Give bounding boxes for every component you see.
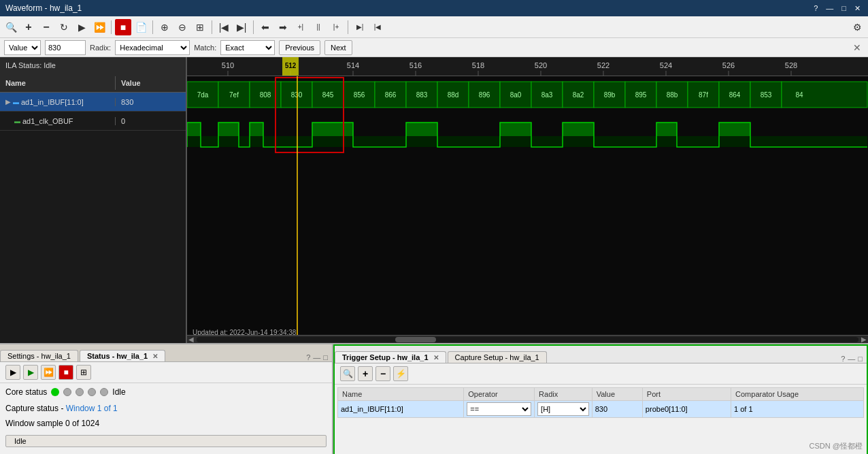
wave-display-area[interactable]: 7da 7ef 808 830 845 856 xyxy=(187,76,868,335)
play-btn[interactable]: ▶ xyxy=(73,19,90,35)
radix-select[interactable]: Hexadecimal Binary Decimal Octal xyxy=(115,40,190,55)
svg-text:88b: 88b xyxy=(667,91,678,99)
cursor-add-btn[interactable]: +| xyxy=(293,19,309,35)
panel-help-btn[interactable]: ? xyxy=(306,353,310,361)
svg-text:896: 896 xyxy=(479,91,490,99)
close-btn[interactable]: ✕ xyxy=(852,4,863,13)
status-dot-gray-1 xyxy=(63,388,71,396)
search-close-btn[interactable]: ✕ xyxy=(850,42,864,53)
zoom-out-btn[interactable]: ⊖ xyxy=(174,19,190,35)
run-btn[interactable]: ▶ xyxy=(5,365,20,380)
match-select[interactable]: Exact Any xyxy=(220,40,275,55)
svg-text:845: 845 xyxy=(322,91,334,99)
import-btn[interactable]: ⬅ xyxy=(257,19,273,35)
main-toolbar: 🔍 + − ↻ ▶ ⏩ ■ 📄 ⊕ ⊖ ⊞ |◀ ▶| ⬅ ➡ +| || |+… xyxy=(0,16,868,38)
svg-rect-66 xyxy=(218,123,239,136)
window-sample-text: Window sample 0 of 1024 xyxy=(5,419,99,428)
cursor-split-btn[interactable]: || xyxy=(310,19,327,35)
maximize-btn[interactable]: □ xyxy=(839,4,848,12)
trigger-name-cell: ad1_in_IBUF[11:0] xyxy=(338,401,464,418)
trigger-radix-select[interactable]: [H] [B] [D] xyxy=(537,402,589,416)
end-btn[interactable]: |◀ xyxy=(369,19,386,35)
idle-status-btn[interactable]: Idle xyxy=(5,435,327,447)
previous-btn[interactable]: Previous xyxy=(279,40,320,55)
tab-status[interactable]: Status - hw_ila_1 ✕ xyxy=(80,350,165,361)
waveform-name-1: ▬ ad1_clk_OBUF xyxy=(0,117,116,125)
gear-icon-right: ⚙ xyxy=(849,19,865,35)
trigger-value-cell[interactable]: 830 xyxy=(592,401,642,418)
scroll-right-arrow[interactable]: ▶ xyxy=(861,336,867,343)
value-type-select[interactable]: Value xyxy=(4,40,41,55)
stop-btn[interactable]: ■ xyxy=(115,19,131,35)
help-btn[interactable]: ? xyxy=(812,4,820,12)
search-value-input[interactable] xyxy=(45,40,86,55)
svg-rect-71 xyxy=(563,123,594,136)
minus-btn[interactable]: − xyxy=(38,19,54,35)
trigger-remove-btn[interactable]: − xyxy=(375,366,390,381)
trigger-search-btn[interactable]: 🔍 xyxy=(340,366,355,381)
refresh-btn[interactable]: ↻ xyxy=(56,19,72,35)
svg-rect-62 xyxy=(782,82,867,108)
panel-maximize-btn[interactable]: □ xyxy=(323,353,328,361)
svg-text:883: 883 xyxy=(416,91,428,99)
trigger-help-btn[interactable]: ? xyxy=(841,355,845,363)
svg-rect-64 xyxy=(187,136,867,147)
svg-text:830: 830 xyxy=(291,91,303,99)
waveform-row-0[interactable]: ▶ ▬ ad1_in_IBUF[11:0] 830 xyxy=(0,93,186,112)
add-btn[interactable]: + xyxy=(20,19,37,35)
capture-window-link[interactable]: Window 1 of 1 xyxy=(66,404,118,413)
waveform-value-1: 0 xyxy=(116,117,186,125)
radix-label: Radix: xyxy=(90,44,111,52)
svg-rect-73 xyxy=(719,123,750,136)
waveform-row-1[interactable]: ▬ ad1_clk_OBUF 0 xyxy=(0,112,186,131)
next-edge-btn[interactable]: ▶| xyxy=(233,19,250,35)
trigger-add-btn[interactable]: + xyxy=(358,366,373,381)
scrollbar-thumb[interactable] xyxy=(395,337,436,342)
play2-btn[interactable]: ▶ xyxy=(23,365,38,380)
trigger-config-btn[interactable]: ⚡ xyxy=(393,366,408,381)
svg-text:8a3: 8a3 xyxy=(541,91,553,99)
cursor-join-btn[interactable]: |+ xyxy=(328,19,344,35)
col-header-operator: Operator xyxy=(464,388,535,401)
trigger-maximize-btn[interactable]: □ xyxy=(858,355,863,363)
settings-btn-right[interactable]: ⚙ xyxy=(849,19,865,35)
trigger-comparator-cell: 1 of 1 xyxy=(731,401,864,418)
waveform-name-0: ▶ ▬ ad1_in_IBUF[11:0] xyxy=(0,98,116,106)
col-header-comparator: Comparator Usage xyxy=(731,388,864,401)
panel-minimize-btn[interactable]: — xyxy=(313,353,320,361)
tab-settings[interactable]: Settings - hw_ila_1 xyxy=(0,350,78,361)
search-btn[interactable]: 🔍 xyxy=(3,19,19,35)
horizontal-scrollbar[interactable]: ◀ ▶ xyxy=(187,335,868,343)
expand-icon-0[interactable]: ▶ xyxy=(5,98,11,106)
prev-edge-btn[interactable]: |◀ xyxy=(216,19,232,35)
status-dot-gray-3 xyxy=(88,388,96,396)
fast-forward-btn[interactable]: ⏩ xyxy=(91,19,107,35)
value-column-header: Value xyxy=(116,76,186,90)
tab-trigger-close[interactable]: ✕ xyxy=(433,354,439,361)
stop2-btn[interactable]: ■ xyxy=(59,365,73,380)
layout-btn[interactable]: ⊞ xyxy=(76,365,91,380)
tab-status-close[interactable]: ✕ xyxy=(152,353,158,360)
col-header-value: Value xyxy=(592,388,642,401)
status-panel-toolbar: ▶ ▶ ⏩ ■ ⊞ xyxy=(0,362,332,383)
trigger-toolbar: 🔍 + − ⚡ xyxy=(335,363,867,385)
zoom-full-btn[interactable]: ⊞ xyxy=(192,19,208,35)
fwd-btn[interactable]: ▶| xyxy=(352,19,368,35)
next-btn[interactable]: Next xyxy=(324,40,352,55)
trigger-operator-select[interactable]: == != < > xyxy=(467,402,531,416)
minimize-btn[interactable]: — xyxy=(824,4,835,12)
doc-btn[interactable]: 📄 xyxy=(133,19,149,35)
sep3 xyxy=(212,20,212,34)
skip-btn[interactable]: ⏩ xyxy=(41,365,56,380)
tab-trigger[interactable]: Trigger Setup - hw_ila_1 ✕ xyxy=(335,351,446,363)
svg-text:518: 518 xyxy=(472,61,484,69)
export-btn[interactable]: ➡ xyxy=(275,19,291,35)
sep5 xyxy=(348,20,348,34)
scroll-left-arrow[interactable]: ◀ xyxy=(188,336,194,343)
trigger-row-0[interactable]: ad1_in_IBUF[11:0] == != < > [H] xyxy=(338,401,864,418)
waveform-label-0: ad1_in_IBUF[11:0] xyxy=(21,98,84,106)
tab-capture[interactable]: Capture Setup - hw_ila_1 xyxy=(448,351,547,363)
trigger-minimize-btn[interactable]: — xyxy=(848,355,855,363)
zoom-in-btn[interactable]: ⊕ xyxy=(156,19,173,35)
match-label: Match: xyxy=(194,44,216,52)
